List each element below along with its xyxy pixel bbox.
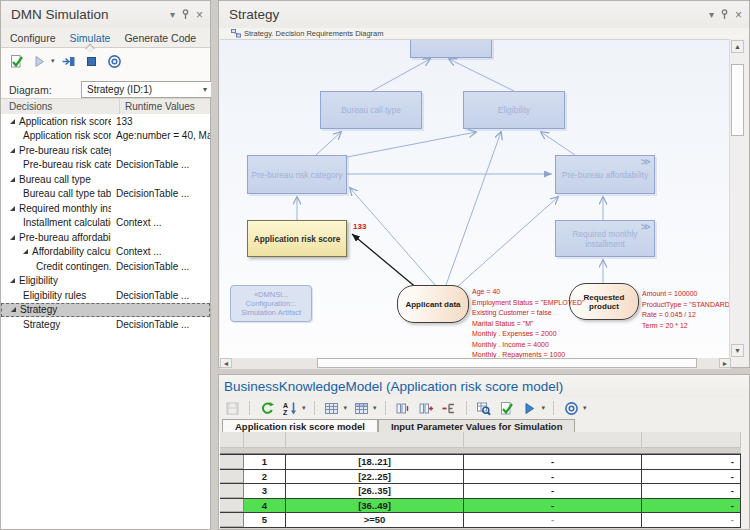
save-icon[interactable]	[223, 399, 241, 417]
table-cell[interactable]: -	[464, 470, 642, 484]
tree-row[interactable]: StrategyDecisionTable ...	[1, 317, 210, 332]
merge-icon[interactable]	[440, 399, 458, 417]
node-bureau-call-type[interactable]: Bureau call type	[320, 91, 422, 129]
step-icon[interactable]	[60, 52, 78, 70]
col-icon[interactable]	[394, 399, 412, 417]
expander-icon[interactable]	[11, 307, 16, 312]
table-cell[interactable]: -	[464, 513, 642, 527]
tree-row[interactable]: Eligibility rulesDecisionTable ...	[1, 288, 210, 303]
expander-icon[interactable]	[10, 278, 15, 283]
expand-chevron-icon[interactable]: ≫	[641, 222, 651, 232]
find-icon[interactable]	[475, 399, 493, 417]
node-applicant-data[interactable]: Applicant data	[397, 285, 469, 323]
table-cell[interactable]: -	[642, 455, 741, 469]
table-cell[interactable]: 1	[244, 455, 286, 469]
row-header-cell[interactable]	[220, 455, 244, 469]
diagram-combobox[interactable]: Strategy (ID:1) ▾	[81, 81, 212, 98]
table-cell[interactable]: 5	[244, 513, 286, 527]
scroll-left-icon[interactable]: ◄	[220, 358, 232, 368]
decision-table-row[interactable]: 2[22..25]--	[220, 470, 741, 485]
vertical-splitter[interactable]	[211, 0, 218, 530]
expander-icon[interactable]	[10, 177, 15, 182]
tab-input-parameter-values-for-simulation[interactable]: Input Parameter Values for Simulation	[378, 419, 576, 432]
table-cell[interactable]: [36..49]	[286, 499, 464, 513]
node-pre-bureau-affordability[interactable]: Pre-bureau affordability ≫	[555, 155, 655, 194]
table-cell[interactable]: 4	[244, 499, 286, 513]
run-gray-icon[interactable]	[30, 52, 48, 70]
expander-icon[interactable]	[10, 235, 15, 240]
table-cell[interactable]: -	[642, 499, 741, 513]
diagram-canvas[interactable]: Bureau call type Eligibility Pre-bureau …	[220, 39, 731, 359]
tree-row[interactable]: Bureau call type tableDecisionTable ...	[1, 187, 210, 202]
table-cell[interactable]: 2	[244, 470, 286, 484]
run-gray-dropdown-caret-icon[interactable]: ▾	[51, 57, 55, 65]
grid-header-cell[interactable]	[244, 432, 286, 448]
table-cell[interactable]: [18..21]	[286, 455, 464, 469]
table2-dropdown-caret-icon[interactable]: ▾	[373, 404, 377, 412]
sort-dropdown-caret-icon[interactable]: ▾	[302, 404, 306, 412]
validate-icon[interactable]	[498, 399, 516, 417]
diagram-vertical-scrollbar[interactable]: ▲ ▼	[729, 39, 745, 358]
table-cell[interactable]: -	[642, 513, 741, 527]
row-header-cell[interactable]	[220, 470, 244, 484]
tree-row[interactable]: Application risk scor...Age:number = 40,…	[1, 129, 210, 144]
node-application-risk-score[interactable]: Application risk score	[247, 220, 347, 257]
table-dropdown-caret-icon[interactable]: ▾	[344, 404, 348, 412]
collapse-icon[interactable]: ▾	[170, 10, 175, 20]
decision-table-row[interactable]: 1[18..21]--	[220, 455, 741, 470]
collapse-icon[interactable]: ▾	[709, 10, 714, 20]
target-icon[interactable]	[562, 399, 580, 417]
tree-row[interactable]: Required monthly instal...	[1, 201, 210, 216]
tab-configure[interactable]: Configure	[10, 32, 56, 44]
sort-icon[interactable]: AZ	[281, 399, 299, 417]
close-icon[interactable]: ×	[735, 10, 742, 20]
target-dropdown-caret-icon[interactable]: ▾	[583, 404, 587, 412]
expander-icon[interactable]	[10, 119, 15, 124]
pin-icon[interactable]	[181, 9, 190, 20]
play-icon[interactable]	[521, 399, 539, 417]
expander-icon[interactable]	[10, 148, 15, 153]
table-cell[interactable]: [22..25]	[286, 470, 464, 484]
tree-row[interactable]: Bureau call type	[1, 172, 210, 187]
grid-header-cell[interactable]	[464, 432, 642, 448]
expander-icon[interactable]	[10, 206, 15, 211]
tree-row[interactable]: Credit contingen...DecisionTable ...	[1, 259, 210, 274]
table-cell[interactable]: -	[464, 499, 642, 513]
validate-icon[interactable]	[7, 52, 25, 70]
col2-icon[interactable]	[417, 399, 435, 417]
table-icon[interactable]	[323, 399, 341, 417]
vertical-scroll-thumb[interactable]	[731, 64, 744, 136]
node-eligibility[interactable]: Eligibility	[463, 91, 565, 129]
scroll-right-icon[interactable]: ►	[719, 358, 731, 368]
tree-row[interactable]: Pre-bureau risk cate...DecisionTable ...	[1, 158, 210, 173]
tab-generate-code[interactable]: Generate Code	[124, 32, 196, 44]
close-icon[interactable]: ×	[196, 10, 203, 20]
table2-icon[interactable]	[352, 399, 370, 417]
table-cell[interactable]: >=50	[286, 513, 464, 527]
table-cell[interactable]: -	[464, 484, 642, 498]
decision-table-row[interactable]: 5>=50--	[220, 513, 741, 528]
play-dropdown-caret-icon[interactable]: ▾	[542, 404, 546, 412]
diagram-horizontal-scrollbar[interactable]: ◄ ►	[220, 358, 731, 369]
stop-icon[interactable]	[83, 52, 101, 70]
tree-row[interactable]: Application risk score133	[1, 114, 210, 129]
tab-simulate[interactable]: Simulate	[70, 32, 111, 44]
target-icon[interactable]	[106, 52, 124, 70]
expand-chevron-icon[interactable]: ≫	[641, 157, 651, 167]
table-cell[interactable]: -	[464, 455, 642, 469]
node-simulation-artifact[interactable]: «DMNSi... Configuration::. Simulation Ar…	[230, 285, 312, 322]
tree-row[interactable]: Strategy	[1, 303, 210, 318]
tree-row[interactable]: Pre-bureau risk category	[1, 143, 210, 158]
pin-icon[interactable]	[720, 9, 729, 20]
tree-row[interactable]: Eligibility	[1, 274, 210, 289]
refresh-icon[interactable]	[258, 399, 276, 417]
table-cell[interactable]: 3	[244, 484, 286, 498]
scroll-up-icon[interactable]: ▲	[731, 40, 744, 53]
row-header-cell[interactable]	[220, 499, 244, 513]
tree-row[interactable]: Installment calculationContext ...	[1, 216, 210, 231]
tab-application-risk-score-model[interactable]: Application risk score model	[222, 419, 378, 432]
combobox-caret-icon[interactable]: ▾	[203, 85, 207, 94]
decision-table-row[interactable]: 3[26..35]--	[220, 484, 741, 499]
scroll-down-icon[interactable]: ▼	[731, 344, 744, 357]
row-header-cell[interactable]	[220, 484, 244, 498]
